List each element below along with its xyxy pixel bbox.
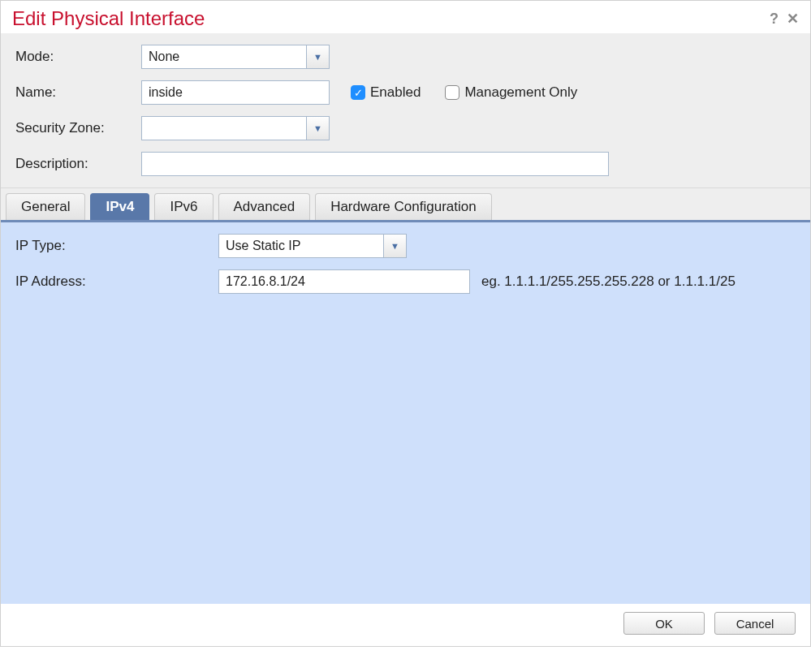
mode-value: None (142, 50, 306, 64)
checkbox-unchecked-icon (445, 85, 459, 100)
tab-advanced[interactable]: Advanced (218, 193, 311, 220)
chevron-down-icon[interactable]: ▼ (306, 117, 329, 140)
ok-button[interactable]: OK (623, 612, 705, 635)
chevron-down-icon[interactable]: ▼ (306, 45, 329, 68)
title-actions: ? ✕ (770, 10, 799, 28)
dialog-footer: OK Cancel (1, 604, 810, 646)
description-row: Description: (15, 152, 796, 176)
checkbox-checked-icon: ✓ (351, 85, 365, 100)
tab-hardware-configuration[interactable]: Hardware Configuration (315, 193, 492, 220)
close-icon[interactable]: ✕ (787, 10, 799, 28)
ipv4-panel: IP Type: Use Static IP ▼ IP Address: 172… (1, 222, 810, 604)
tab-ipv4[interactable]: IPv4 (90, 193, 149, 220)
security-zone-label: Security Zone: (15, 120, 141, 136)
ip-address-hint: eg. 1.1.1.1/255.255.255.228 or 1.1.1.1/2… (481, 274, 736, 290)
name-row: Name: inside ✓ Enabled Management Only (15, 80, 796, 105)
security-zone-row: Security Zone: ▼ (15, 116, 796, 140)
ip-type-value: Use Static IP (219, 239, 383, 253)
cancel-button[interactable]: Cancel (714, 612, 796, 635)
name-label: Name: (15, 84, 141, 101)
enabled-label: Enabled (370, 84, 421, 101)
tab-general[interactable]: General (6, 193, 85, 220)
ip-type-row: IP Type: Use Static IP ▼ (15, 234, 796, 258)
ip-type-select[interactable]: Use Static IP ▼ (218, 234, 407, 258)
enabled-checkbox[interactable]: ✓ Enabled (351, 84, 421, 101)
edit-physical-interface-dialog: Edit Physical Interface ? ✕ Mode: None ▼… (0, 0, 811, 647)
ip-address-label: IP Address: (15, 274, 218, 290)
mode-label: Mode: (15, 49, 141, 65)
ip-address-value: 172.16.8.1/24 (226, 274, 305, 289)
tab-ipv6[interactable]: IPv6 (154, 193, 213, 220)
ip-address-input[interactable]: 172.16.8.1/24 (218, 269, 470, 294)
mgmt-only-label: Management Only (464, 84, 577, 101)
mode-select[interactable]: None ▼ (141, 45, 330, 69)
name-value: inside (149, 85, 183, 100)
chevron-down-icon[interactable]: ▼ (383, 235, 406, 257)
help-icon[interactable]: ? (770, 11, 779, 28)
mgmt-only-checkbox[interactable]: Management Only (445, 84, 577, 101)
description-input[interactable] (141, 152, 609, 176)
description-label: Description: (15, 156, 141, 172)
title-bar: Edit Physical Interface ? ✕ (1, 1, 810, 33)
name-input[interactable]: inside (141, 80, 330, 105)
form-area: Mode: None ▼ Name: inside ✓ Enabled Mana… (1, 33, 810, 188)
dialog-title: Edit Physical Interface (12, 7, 205, 30)
mode-row: Mode: None ▼ (15, 45, 796, 69)
security-zone-select[interactable]: ▼ (141, 116, 330, 140)
tab-strip: General IPv4 IPv6 Advanced Hardware Conf… (1, 188, 810, 222)
ip-type-label: IP Type: (15, 238, 218, 254)
ip-address-row: IP Address: 172.16.8.1/24 eg. 1.1.1.1/25… (15, 269, 796, 294)
